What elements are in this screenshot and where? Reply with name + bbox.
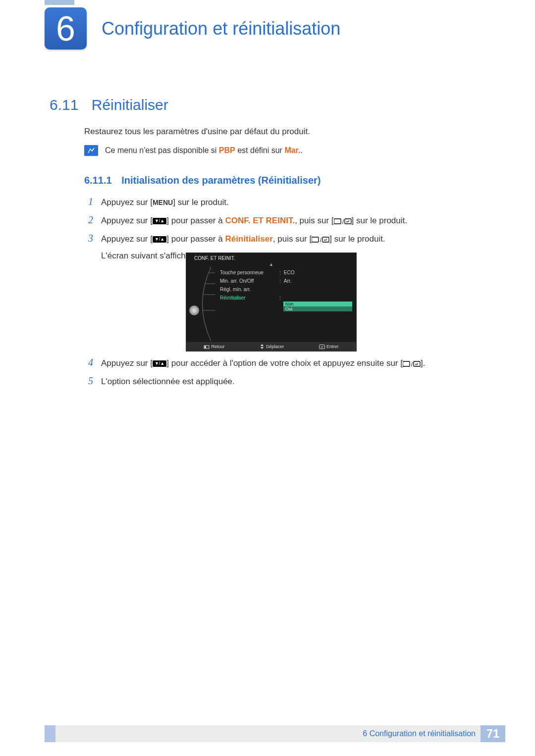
section-number: 6.11: [50, 97, 78, 113]
osd-option-oui: Oui: [283, 306, 352, 311]
note-suffix: .: [300, 146, 302, 154]
down-up-arrow-icon: ▼/▲: [153, 360, 166, 367]
footer-chapter-ref: 6 Configuration et réinitialisation: [363, 725, 481, 742]
down-up-arrow-icon: ▼/▲: [153, 236, 166, 243]
svg-rect-3: [312, 237, 319, 242]
svg-rect-2: [345, 219, 351, 224]
step-number: 5: [88, 375, 101, 387]
osd-row-label: Réinitialiser: [220, 295, 279, 301]
t: Déplacer: [266, 344, 284, 349]
subsection-title: Initialisation des paramètres (Réinitial…: [121, 175, 321, 186]
osd-row-touche: Touche personneue : ECO: [220, 270, 352, 275]
note-icon: [84, 145, 98, 156]
osd-row-label: Touche personneue: [220, 270, 279, 275]
osd-screenshot: CONF. ET REINIT. ▲ Touche personneue : E…: [186, 252, 357, 352]
t: ] pour passer à: [166, 234, 225, 244]
osd-row-minarr: Min. arr. On/Off : Arr.: [220, 278, 352, 284]
svg-rect-12: [320, 345, 325, 349]
step-3: 3 Appuyez sur [▼/▲] pour passer à Réinit…: [88, 232, 484, 246]
t: ].: [421, 358, 425, 368]
t: Appuyez sur [: [101, 198, 153, 207]
step-text: L'option sélectionnée est appliquée.: [101, 375, 235, 388]
t: ] pour passer à: [166, 216, 225, 225]
chapter-header: 6 Configuration et réinitialisation: [45, 7, 340, 50]
svg-rect-15: [414, 361, 420, 366]
note-middle: est défini sur: [235, 146, 285, 154]
t: Appuyez sur [: [101, 358, 153, 368]
step-number: 1: [88, 196, 101, 207]
note-keyword-mar: Mar.: [284, 146, 300, 154]
osd-curve-decoration: [191, 267, 216, 341]
colon: :: [279, 295, 281, 301]
osd-footer-move: Déplacer: [260, 344, 284, 350]
svg-text:/: /: [411, 361, 413, 367]
svg-text:/: /: [342, 218, 344, 225]
chapter-number-badge: 6: [45, 7, 87, 50]
colon: :: [279, 270, 281, 275]
osd-footer: Retour Déplacer Entrer: [186, 342, 356, 351]
osd-row-label: Min. arr. On/Off: [220, 278, 279, 284]
t: Entrer: [326, 344, 339, 349]
osd-row-reinitialiser: Réinitialiser :: [220, 295, 352, 301]
step-text: Appuyez sur [▼/▲] pour accéder à l'optio…: [101, 356, 425, 370]
note-prefix: Ce menu n'est pas disponible si: [105, 146, 219, 154]
osd-options: Non Oui: [283, 302, 352, 311]
osd-footer-back: Retour: [204, 344, 224, 349]
note-row: Ce menu n'est pas disponible si PBP est …: [84, 145, 303, 156]
source-enter-icon: /: [312, 236, 329, 243]
t: ] sur le produit.: [329, 234, 385, 244]
t: Retour: [211, 344, 224, 349]
step-text: Appuyez sur [▼/▲] pour passer à Réinitia…: [101, 232, 385, 246]
osd-knob-icon: [189, 305, 199, 315]
t: ] pour accéder à l'option de votre choix…: [166, 358, 403, 368]
osd-row-label: Régl. min. arr.: [220, 287, 279, 292]
subsection-number: 6.11.1: [84, 175, 112, 186]
source-enter-icon: /: [334, 218, 352, 225]
t: , puis sur [: [273, 234, 312, 244]
step-number: 4: [88, 357, 101, 368]
steps-list-lower: 4 Appuyez sur [▼/▲] pour accéder à l'opt…: [88, 356, 494, 393]
header-accent: [45, 0, 74, 5]
section-intro: Restaurez tous les paramètres d'usine pa…: [84, 127, 310, 137]
subsection-heading: 6.11.1 Initialisation des paramètres (Ré…: [84, 175, 321, 186]
up-arrow-icon: ▲: [186, 262, 356, 267]
osd-option-non: Non: [283, 302, 352, 306]
svg-rect-5: [322, 237, 329, 242]
step-5: 5 L'option sélectionnée est appliquée.: [88, 375, 494, 388]
footer-spacer: [55, 725, 363, 742]
t: ] sur le produit.: [173, 198, 228, 207]
chapter-title: Configuration et réinitialisation: [102, 18, 340, 39]
down-up-arrow-icon: ▼/▲: [153, 218, 166, 224]
osd-footer-enter: Entrer: [319, 344, 339, 349]
svg-rect-13: [403, 361, 410, 366]
t: Appuyez sur [: [101, 216, 153, 225]
osd-row-regl: Régl. min. arr.: [220, 287, 352, 292]
footer-accent: [45, 725, 55, 742]
keyword-reinitialiser: Réinitialiser: [225, 234, 272, 244]
step-2: 2 Appuyez sur [▼/▲] pour passer à CONF. …: [88, 214, 484, 227]
osd-row-value: ECO: [284, 270, 295, 275]
section-title: Réinitialiser: [92, 97, 168, 113]
osd-menu-rows: Touche personneue : ECO Min. arr. On/Off…: [220, 270, 352, 311]
t: Appuyez sur [: [101, 234, 153, 244]
t: , puis sur [: [295, 216, 333, 225]
menu-button-label: MENU: [153, 197, 173, 208]
chapter-number: 6: [56, 9, 75, 49]
step-text: Appuyez sur [MENU] sur le produit.: [101, 196, 229, 209]
note-text: Ce menu n'est pas disponible si PBP est …: [105, 146, 303, 155]
page-number: 71: [481, 725, 505, 742]
svg-rect-0: [334, 219, 341, 224]
osd-content: Touche personneue : ECO Min. arr. On/Off…: [186, 267, 356, 341]
step-text: Appuyez sur [▼/▲] pour passer à CONF. ET…: [101, 214, 407, 227]
t: ] sur le produit.: [352, 216, 407, 225]
step-number: 2: [88, 214, 101, 226]
colon: :: [279, 278, 281, 284]
step-4: 4 Appuyez sur [▼/▲] pour accéder à l'opt…: [88, 356, 494, 370]
source-enter-icon: /: [403, 360, 421, 367]
section-heading: 6.11 Réinitialiser: [50, 97, 168, 113]
step-number: 3: [88, 233, 101, 244]
step-1: 1 Appuyez sur [MENU] sur le produit.: [88, 196, 484, 209]
osd-row-value: Arr.: [284, 278, 292, 284]
page-footer: 6 Configuration et réinitialisation 71: [45, 725, 505, 742]
svg-text:/: /: [320, 237, 322, 243]
